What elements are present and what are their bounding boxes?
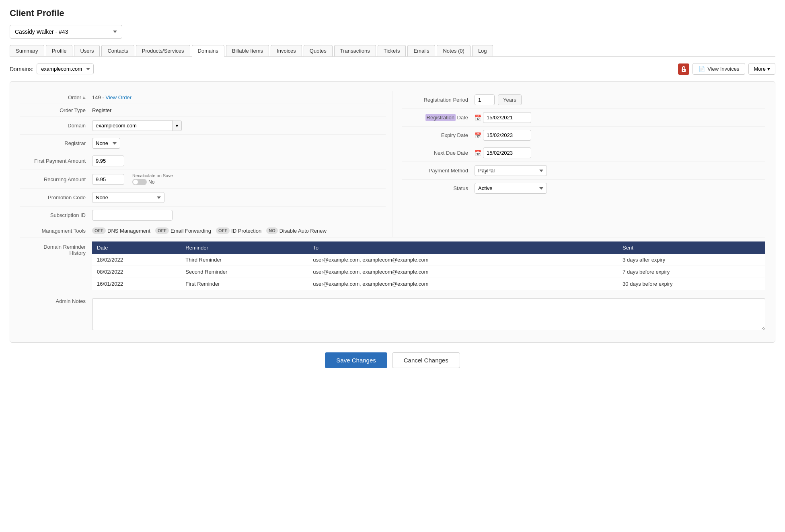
subscription-row: Subscription ID [20, 207, 386, 224]
tab-profile[interactable]: Profile [46, 45, 73, 57]
tab-contacts[interactable]: Contacts [101, 45, 134, 57]
email-label: Email Forwarding [171, 228, 211, 234]
payment-method-value: PayPal [475, 165, 765, 176]
reminder-label: Domain ReminderHistory [20, 241, 92, 256]
domain-value-group: ▾ [92, 120, 386, 131]
cell-date: 16/01/2022 [92, 278, 181, 290]
order-number: 149 [92, 94, 101, 100]
order-row: Order # 149 - View Order [20, 91, 386, 104]
view-order-link[interactable]: View Order [105, 94, 132, 100]
reminder-table: Date Reminder To Sent 18/02/2022Third Re… [92, 241, 765, 290]
tab-quotes[interactable]: Quotes [304, 45, 333, 57]
view-invoices-button[interactable]: 📄 View Invoices [693, 63, 745, 75]
first-payment-label: First Payment Amount [20, 158, 92, 164]
period-input[interactable] [475, 94, 495, 105]
expiry-calendar-icon: 📅 [475, 132, 481, 139]
tab-summary[interactable]: Summary [10, 45, 44, 57]
reg-period-value: Years [475, 94, 765, 105]
lock-button[interactable] [678, 63, 689, 75]
tab-billable-items[interactable]: Billable Items [226, 45, 269, 57]
next-due-value: 📅 [475, 147, 765, 158]
client-select[interactable]: Cassidy Walker - #43 [10, 25, 122, 39]
cell-reminder: Second Reminder [181, 266, 308, 278]
next-due-input[interactable] [483, 147, 531, 158]
id-toggle[interactable]: OFF [216, 227, 230, 234]
promo-select[interactable]: None [92, 192, 164, 203]
payment-method-label: Payment Method [402, 168, 475, 174]
autorenew-label: Disable Auto Renew [279, 228, 327, 234]
left-column: Order # 149 - View Order Order Type Regi… [20, 91, 392, 237]
email-toggle[interactable]: OFF [155, 227, 169, 234]
table-row: 16/01/2022First Reminderuser@example.com… [92, 278, 765, 290]
tab-products[interactable]: Products/Services [136, 45, 190, 57]
reg-date-value: 📅 [475, 112, 765, 123]
registrar-select[interactable]: None [92, 138, 120, 149]
recalculate-group: Recalculate on Save No [132, 173, 173, 185]
chevron-down-icon: ▾ [767, 66, 770, 72]
order-value: 149 - View Order [92, 94, 386, 100]
reminder-table-wrapper: Date Reminder To Sent 18/02/2022Third Re… [92, 241, 765, 290]
payment-method-select[interactable]: PayPal [475, 165, 547, 176]
expiry-date-input[interactable] [483, 130, 531, 141]
order-type-label: Order Type [20, 107, 92, 113]
th-reminder: Reminder [181, 241, 308, 254]
domain-dropdown-btn[interactable]: ▾ [173, 121, 182, 131]
next-due-label: Next Due Date [402, 150, 475, 156]
more-button[interactable]: More ▾ [748, 63, 775, 75]
status-label: Status [402, 185, 475, 191]
domain-select[interactable]: examplecom.com [37, 63, 94, 74]
recalculate-toggle[interactable]: No [132, 179, 173, 185]
reg-period-row: Registration Period Years [402, 91, 765, 109]
cell-to: user@example.com, examplecom@example.com [308, 254, 618, 266]
tab-transactions[interactable]: Transactions [334, 45, 376, 57]
first-payment-input[interactable] [92, 156, 124, 166]
mgmt-dns-item: OFF DNS Management [92, 227, 150, 234]
order-type-row: Order Type Register [20, 104, 386, 117]
reminder-section: Domain ReminderHistory Date Reminder To … [20, 237, 765, 294]
right-column: Registration Period Years Registration D… [392, 91, 765, 237]
mgmt-email-item: OFF Email Forwarding [155, 227, 211, 234]
promo-value: None [92, 192, 386, 203]
invoice-icon: 📄 [699, 66, 705, 72]
cancel-changes-button[interactable]: Cancel Changes [392, 352, 460, 368]
cell-date: 08/02/2022 [92, 266, 181, 278]
table-row: 08/02/2022Second Reminderuser@example.co… [92, 266, 765, 278]
page-title: Client Profile [10, 8, 775, 18]
tab-log[interactable]: Log [472, 45, 493, 57]
registration-date-input[interactable] [483, 112, 531, 123]
autorenew-toggle[interactable]: NO [266, 227, 278, 234]
mgmt-value: OFF DNS Management OFF Email Forwarding … [92, 227, 386, 234]
expiry-row: Expiry Date 📅 [402, 127, 765, 144]
expiry-value: 📅 [475, 130, 765, 141]
order-type-value: Register [92, 107, 386, 113]
cell-sent: 3 days after expiry [618, 254, 765, 266]
recurring-input[interactable] [92, 174, 124, 185]
tabs-bar: Summary Profile Users Contacts Products/… [10, 45, 775, 57]
domain-row: Domain ▾ [20, 117, 386, 135]
th-date: Date [92, 241, 181, 254]
tab-users[interactable]: Users [74, 45, 100, 57]
tab-domains[interactable]: Domains [192, 45, 224, 57]
subscription-input[interactable] [92, 210, 173, 221]
dns-toggle[interactable]: OFF [92, 227, 106, 234]
mgmt-id-item: OFF ID Protection [216, 227, 261, 234]
cell-date: 18/02/2022 [92, 254, 181, 266]
bottom-actions: Save Changes Cancel Changes [10, 352, 775, 368]
first-payment-row: First Payment Amount [20, 152, 386, 170]
save-changes-button[interactable]: Save Changes [325, 352, 387, 368]
tab-invoices[interactable]: Invoices [271, 45, 302, 57]
admin-notes-textarea[interactable] [92, 298, 765, 330]
subscription-value [92, 210, 386, 221]
recurring-row: Recurring Amount Recalculate on Save No [20, 170, 386, 189]
cell-to: user@example.com, examplecom@example.com [308, 266, 618, 278]
tab-emails[interactable]: Emails [407, 45, 435, 57]
recurring-value: Recalculate on Save No [92, 173, 386, 185]
status-select[interactable]: Active [475, 183, 547, 194]
client-select-wrapper: Cassidy Walker - #43 [10, 25, 775, 39]
reg-date-row: Registration Date 📅 [402, 109, 765, 127]
tab-notes[interactable]: Notes (0) [437, 45, 470, 57]
domain-input[interactable] [92, 120, 173, 131]
calendar-icon: 📅 [475, 115, 481, 121]
tab-tickets[interactable]: Tickets [378, 45, 406, 57]
toggle-bar [132, 179, 147, 185]
